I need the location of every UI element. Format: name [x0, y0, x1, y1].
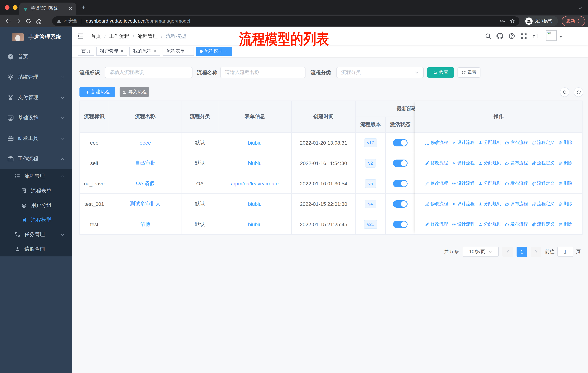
sidebar-item-任务管理[interactable]: 任务管理	[0, 227, 72, 242]
breadcrumb-item[interactable]: 工作流程	[109, 33, 129, 40]
op-修改流程[interactable]: 修改流程	[425, 221, 448, 227]
op-发布流程[interactable]: 发布流程	[505, 160, 528, 166]
fullscreen-icon[interactable]	[521, 33, 527, 39]
sidebar-item-请假查询[interactable]: 请假查询	[0, 242, 72, 256]
tab-我的流程[interactable]: 我的流程✕	[129, 47, 160, 56]
sidebar-item-流程模型[interactable]: 流程模型	[0, 213, 72, 227]
op-分配规则[interactable]: 分配规则	[478, 180, 501, 186]
op-设计流程[interactable]: 设计流程	[452, 160, 475, 166]
new-process-button[interactable]: 新建流程	[79, 87, 115, 97]
tab-close-icon[interactable]: ✕	[69, 6, 73, 11]
traffic-close-button[interactable]	[5, 5, 10, 10]
menu-dots-icon[interactable]	[577, 19, 581, 23]
update-button[interactable]: 更新	[562, 16, 585, 26]
link-biubiu[interactable]: biubiu	[248, 160, 262, 166]
breadcrumb-item[interactable]: 首页	[91, 33, 101, 40]
breadcrumb-item[interactable]: 流程管理	[137, 33, 158, 40]
refresh-table-button[interactable]	[574, 87, 583, 97]
op-分配规则[interactable]: 分配规则	[478, 160, 501, 166]
link-biubiu[interactable]: biubiu	[248, 140, 262, 146]
op-分配规则[interactable]: 分配规则	[478, 140, 501, 146]
tag-close-icon[interactable]: ✕	[225, 49, 228, 53]
active-toggle[interactable]	[393, 180, 408, 187]
chevron-down-icon[interactable]	[578, 6, 583, 10]
link-biubiu[interactable]: biubiu	[248, 201, 262, 207]
forward-button[interactable]	[13, 16, 23, 26]
op-删除[interactable]: 删除	[558, 160, 572, 166]
new-tab-button[interactable]: +	[82, 4, 85, 11]
op-删除[interactable]: 删除	[558, 180, 572, 186]
tab-租户管理[interactable]: 租户管理✕	[96, 47, 127, 56]
filter-input-流程标识[interactable]: 请输入流程标识	[105, 67, 192, 78]
avatar-caret-icon[interactable]	[559, 35, 562, 39]
sidebar-item-支付管理[interactable]: 支付管理	[0, 87, 72, 108]
op-流程定义[interactable]: 流程定义	[532, 180, 555, 186]
sidebar-item-首页[interactable]: 首页	[0, 47, 72, 67]
op-分配规则[interactable]: 分配规则	[478, 201, 501, 207]
op-删除[interactable]: 删除	[558, 201, 572, 207]
browser-tab[interactable]: 芋道管理系统 ✕	[19, 2, 76, 15]
category-select[interactable]: 流程分类	[336, 67, 424, 78]
tag-close-icon[interactable]: ✕	[187, 49, 190, 53]
sidebar-item-工作流程[interactable]: 工作流程	[0, 149, 72, 169]
tab-流程表单[interactable]: 流程表单✕	[163, 47, 194, 56]
import-process-button[interactable]: 导入流程	[120, 87, 149, 97]
sidebar-logo[interactable]: 芋道管理系统	[0, 27, 72, 47]
tab-首页[interactable]: 首页	[78, 47, 94, 56]
goto-page-input[interactable]: 1	[557, 247, 573, 257]
header-search-icon[interactable]	[485, 33, 491, 39]
link-/bpm/oa/leave/create[interactable]: /bpm/oa/leave/create	[231, 181, 279, 186]
op-发布流程[interactable]: 发布流程	[505, 221, 528, 227]
key-icon[interactable]	[500, 18, 505, 24]
op-发布流程[interactable]: 发布流程	[505, 180, 528, 186]
reset-button[interactable]: 重置	[458, 67, 481, 78]
link-滔博[interactable]: 滔博	[140, 221, 150, 227]
address-bar[interactable]: 不安全 dashboard.yudao.iocoder.cn/bpm/manag…	[52, 16, 519, 26]
link-自己审批[interactable]: 自己审批	[135, 160, 156, 166]
op-流程定义[interactable]: 流程定义	[532, 160, 555, 166]
sidebar-item-用户分组[interactable]: 用户分组	[0, 198, 72, 213]
op-删除[interactable]: 删除	[558, 221, 572, 227]
active-toggle[interactable]	[393, 139, 408, 146]
bookmark-star-icon[interactable]	[510, 18, 515, 24]
sidebar-item-流程表单[interactable]: 流程表单	[0, 184, 72, 198]
op-流程定义[interactable]: 流程定义	[532, 221, 555, 227]
op-修改流程[interactable]: 修改流程	[425, 180, 448, 186]
link-biubiu[interactable]: biubiu	[248, 221, 262, 227]
prev-page-button[interactable]	[502, 247, 513, 257]
current-page[interactable]: 1	[516, 247, 527, 257]
user-avatar[interactable]	[546, 30, 557, 40]
op-删除[interactable]: 删除	[558, 140, 572, 146]
tag-close-icon[interactable]: ✕	[120, 49, 124, 53]
active-toggle[interactable]	[393, 159, 408, 167]
op-设计流程[interactable]: 设计流程	[452, 221, 475, 227]
link-OA 请假[interactable]: OA 请假	[136, 180, 155, 187]
op-设计流程[interactable]: 设计流程	[452, 201, 475, 207]
active-toggle[interactable]	[393, 221, 408, 228]
search-button[interactable]: 搜索	[427, 67, 454, 78]
op-修改流程[interactable]: 修改流程	[425, 160, 448, 166]
sidebar-item-系统管理[interactable]: 系统管理	[0, 67, 72, 87]
op-流程定义[interactable]: 流程定义	[532, 140, 555, 146]
help-icon[interactable]	[509, 33, 515, 39]
sidebar-item-流程管理[interactable]: 流程管理	[0, 169, 72, 184]
sidebar-item-研发工具[interactable]: 研发工具	[0, 128, 72, 149]
link-测试多审批人[interactable]: 测试多审批人	[130, 201, 161, 207]
traffic-minimize-button[interactable]	[13, 5, 18, 10]
reload-button[interactable]	[23, 16, 33, 26]
home-button[interactable]	[33, 16, 44, 26]
tab-流程模型[interactable]: 流程模型✕	[196, 47, 232, 56]
link-eeee[interactable]: eeee	[140, 140, 151, 146]
op-分配规则[interactable]: 分配规则	[478, 221, 501, 227]
next-page-button[interactable]	[531, 247, 541, 257]
op-发布流程[interactable]: 发布流程	[505, 201, 528, 207]
op-修改流程[interactable]: 修改流程	[425, 140, 448, 146]
active-toggle[interactable]	[393, 200, 408, 207]
op-设计流程[interactable]: 设计流程	[452, 140, 475, 146]
sidebar-item-基础设施[interactable]: 基础设施	[0, 108, 72, 128]
page-size-select[interactable]: 10条/页	[462, 247, 499, 257]
back-button[interactable]	[3, 16, 13, 26]
show-search-toggle-button[interactable]	[560, 87, 569, 97]
filter-input-流程名称[interactable]: 请输入流程名称	[220, 67, 305, 78]
op-发布流程[interactable]: 发布流程	[505, 140, 528, 146]
